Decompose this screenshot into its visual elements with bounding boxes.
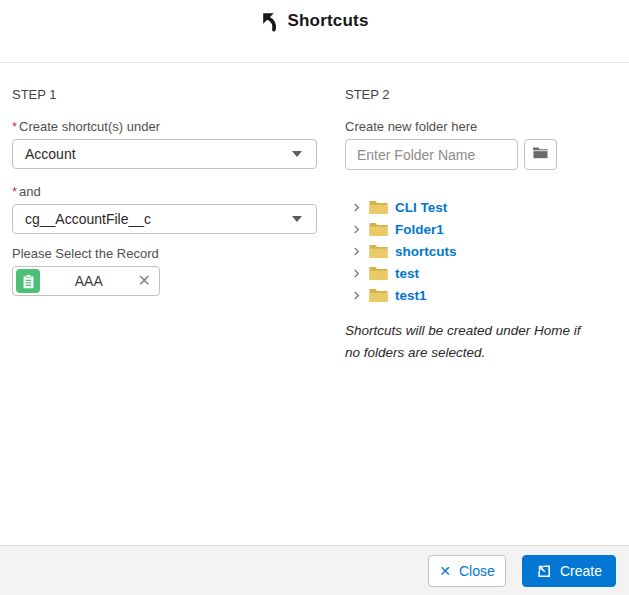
tree-item: test1 xyxy=(349,284,595,306)
chevron-right-icon[interactable] xyxy=(349,266,363,280)
dialog-header: Shortcuts xyxy=(0,0,629,63)
chevron-right-icon[interactable] xyxy=(349,288,363,302)
record-clipboard-icon xyxy=(16,269,40,293)
create-folder-row xyxy=(345,139,595,170)
step2-heading: STEP 2 xyxy=(345,87,595,102)
folder-tree: CLI Test Folder1 xyxy=(349,196,595,306)
required-asterisk: * xyxy=(12,119,17,134)
folder-icon xyxy=(369,244,388,259)
chevron-right-icon[interactable] xyxy=(349,222,363,236)
remove-record-icon[interactable]: ✕ xyxy=(138,273,151,289)
close-button[interactable]: ✕ Close xyxy=(428,555,506,587)
title-wrap: Shortcuts xyxy=(260,9,368,33)
create-shortcut-icon xyxy=(536,563,552,579)
field1-label: *Create shortcut(s) under xyxy=(12,119,317,134)
select-value: Account xyxy=(25,146,76,162)
chevron-down-icon xyxy=(292,216,302,222)
dialog-footer: ✕ Close Create xyxy=(0,545,629,595)
object-file-select[interactable]: cg__AccountFile__c xyxy=(12,204,317,234)
chevron-down-icon xyxy=(292,151,302,157)
tree-item: CLI Test xyxy=(349,196,595,218)
page-title: Shortcuts xyxy=(287,11,368,31)
tree-item: test xyxy=(349,262,595,284)
required-asterisk: * xyxy=(12,184,17,199)
folder-icon xyxy=(369,222,388,237)
tree-item-label[interactable]: CLI Test xyxy=(395,200,447,215)
tree-item-label[interactable]: test1 xyxy=(395,288,427,303)
tree-item-label[interactable]: test xyxy=(395,266,419,281)
tree-item-label[interactable]: shortcuts xyxy=(395,244,457,259)
create-button-label: Create xyxy=(560,563,602,579)
no-folder-note: Shortcuts will be created under Home if … xyxy=(345,320,595,365)
record-label: Please Select the Record xyxy=(12,246,317,261)
shortcuts-dialog: Shortcuts STEP 1 *Create shortcut(s) und… xyxy=(0,0,629,595)
tree-item-label[interactable]: Folder1 xyxy=(395,222,444,237)
field2-label: *and xyxy=(12,184,317,199)
close-icon: ✕ xyxy=(439,563,451,579)
chevron-right-icon[interactable] xyxy=(349,244,363,258)
selected-record-pill[interactable]: AAA ✕ xyxy=(12,266,160,296)
select-value: cg__AccountFile__c xyxy=(25,211,151,227)
pill-label: AAA xyxy=(40,273,138,289)
dialog-body: STEP 1 *Create shortcut(s) under Account… xyxy=(0,63,629,545)
tree-item: shortcuts xyxy=(349,240,595,262)
step1-column: STEP 1 *Create shortcut(s) under Account… xyxy=(12,87,317,545)
create-button[interactable]: Create xyxy=(522,555,616,587)
folder-icon xyxy=(532,146,549,163)
chevron-right-icon[interactable] xyxy=(349,200,363,214)
create-folder-label: Create new folder here xyxy=(345,119,595,134)
folder-icon xyxy=(369,288,388,303)
close-button-label: Close xyxy=(459,563,495,579)
create-folder-button[interactable] xyxy=(524,139,557,170)
tree-item: Folder1 xyxy=(349,218,595,240)
folder-icon xyxy=(369,266,388,281)
step2-column: STEP 2 Create new folder here xyxy=(345,87,595,545)
folder-name-input[interactable] xyxy=(345,139,518,170)
create-shortcut-under-select[interactable]: Account xyxy=(12,139,317,169)
step1-heading: STEP 1 xyxy=(12,87,317,102)
folder-icon xyxy=(369,200,388,215)
shortcut-arrow-icon xyxy=(260,9,282,33)
